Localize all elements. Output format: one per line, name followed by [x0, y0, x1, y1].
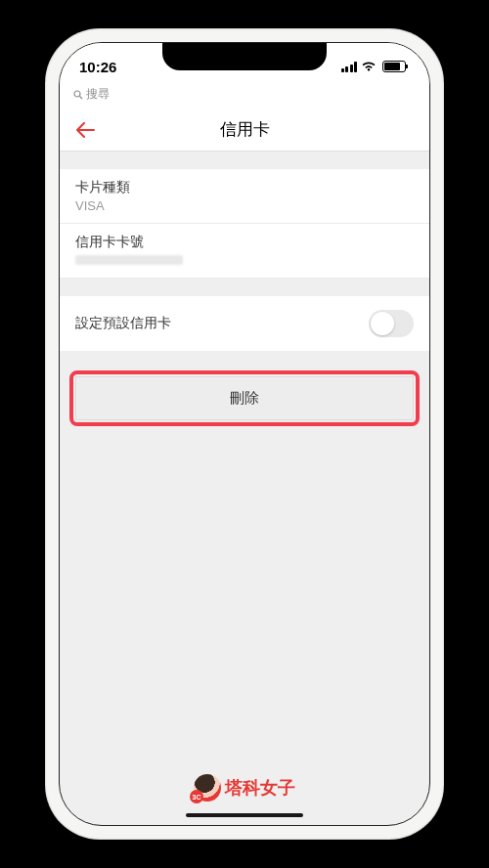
arrow-left-icon	[76, 122, 96, 138]
search-label: 搜尋	[86, 86, 110, 103]
page-title: 信用卡	[60, 118, 429, 141]
default-card-toggle[interactable]	[369, 310, 414, 337]
home-indicator[interactable]	[186, 813, 303, 817]
watermark-badge: 3C	[190, 790, 203, 803]
delete-highlight: 刪除	[69, 370, 420, 426]
watermark-avatar: 3C	[194, 774, 221, 802]
card-type-value: VISA	[75, 198, 414, 213]
card-type-label: 卡片種類	[75, 179, 414, 196]
card-number-label: 信用卡卡號	[75, 234, 414, 251]
battery-icon	[382, 61, 406, 72]
toggle-knob	[371, 312, 394, 335]
wifi-icon	[361, 61, 377, 72]
phone-frame: 10:26 搜尋	[45, 28, 444, 840]
notch	[162, 43, 327, 70]
card-info: 卡片種類 VISA 信用卡卡號	[60, 169, 429, 279]
search-breadcrumb[interactable]: 搜尋	[60, 86, 429, 108]
default-card-row: 設定預設信用卡	[60, 296, 429, 351]
search-icon	[73, 90, 83, 100]
svg-line-1	[80, 96, 83, 99]
card-number-row: 信用卡卡號	[60, 224, 429, 279]
default-card-label: 設定預設信用卡	[75, 315, 171, 332]
delete-button[interactable]: 刪除	[75, 376, 414, 420]
status-time: 10:26	[79, 59, 116, 75]
watermark: 3C 塔科女子	[194, 774, 295, 802]
content: 卡片種類 VISA 信用卡卡號 設定預設信用卡 刪除	[60, 152, 429, 426]
phone-screen: 10:26 搜尋	[59, 42, 430, 826]
svg-point-0	[74, 91, 80, 97]
card-type-row: 卡片種類 VISA	[60, 169, 429, 224]
status-indicators	[341, 61, 407, 72]
watermark-text: 塔科女子	[225, 776, 295, 800]
card-number-value	[75, 253, 414, 268]
signal-icon	[341, 62, 358, 72]
nav-header: 信用卡	[60, 108, 429, 152]
back-button[interactable]	[71, 115, 101, 145]
masked-number	[75, 255, 183, 265]
